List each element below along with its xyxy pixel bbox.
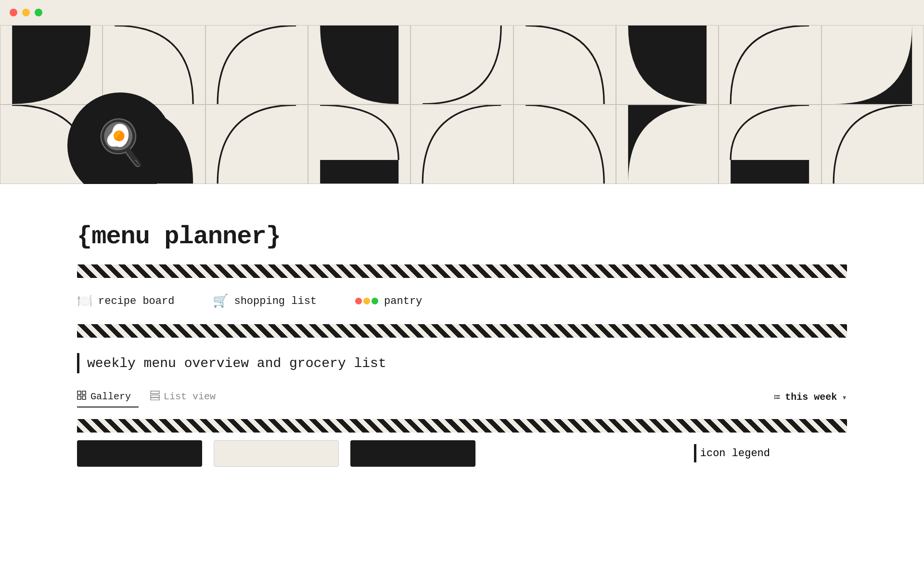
section-title: weekly menu overview and grocery list: [87, 356, 386, 371]
divider-pattern-top: [77, 264, 847, 278]
nav-shopping-list[interactable]: 🛒 shopping list: [213, 293, 317, 309]
list-view-tab-icon: [150, 391, 160, 403]
chevron-down-icon: ▾: [842, 392, 847, 403]
pattern-cell: [411, 105, 513, 184]
pattern-cell: [308, 105, 411, 184]
svg-rect-3: [82, 391, 86, 394]
bottom-content-row: icon legend: [77, 440, 847, 467]
minimize-button[interactable]: [22, 9, 30, 16]
pattern-cell: [719, 25, 821, 105]
pantry-label: pantry: [384, 295, 422, 307]
window-chrome: [0, 0, 924, 25]
pattern-cell: [616, 105, 719, 184]
tab-gallery[interactable]: Gallery: [77, 387, 139, 407]
gallery-tab-label: Gallery: [90, 391, 131, 402]
recipe-board-label: recipe board: [98, 295, 174, 307]
gallery-tab-icon: [77, 391, 87, 403]
shopping-list-label: shopping list: [234, 295, 317, 307]
page-title: {menu planner}: [77, 223, 847, 251]
nav-pantry[interactable]: pantry: [355, 295, 422, 307]
pattern-cell: [821, 25, 924, 105]
pattern-cell: [821, 105, 924, 184]
filter-icon: ≔: [774, 391, 780, 404]
recipe-board-icon: 🍽️: [77, 293, 92, 309]
view-controls: Gallery List view ≔ this week ▾: [77, 387, 847, 407]
svg-rect-5: [82, 396, 86, 399]
svg-rect-4: [77, 396, 81, 399]
pattern-cell: [513, 105, 616, 184]
view-tabs: Gallery List view: [77, 387, 223, 407]
filter-this-week-button[interactable]: ≔ this week ▾: [774, 391, 847, 404]
svg-rect-8: [151, 398, 159, 400]
tab-list-view[interactable]: List view: [150, 387, 223, 407]
pattern-cell: [205, 25, 308, 105]
logo-icon: 🍳: [93, 124, 147, 167]
nav-recipe-board[interactable]: 🍽️ recipe board: [77, 293, 174, 309]
icon-legend-label: icon legend: [700, 447, 770, 460]
icon-legend-section: icon legend: [694, 444, 770, 462]
list-view-tab-label: List view: [164, 391, 216, 402]
svg-rect-6: [151, 391, 159, 394]
pattern-cell: [0, 25, 103, 105]
svg-rect-2: [77, 391, 81, 394]
section-heading: weekly menu overview and grocery list: [77, 353, 847, 373]
nav-links: 🍽️ recipe board 🛒 shopping list pantry: [77, 293, 847, 309]
pattern-cell: [719, 105, 821, 184]
svg-rect-0: [320, 160, 398, 184]
shopping-cart-icon: 🛒: [213, 293, 228, 309]
divider-pattern-middle: [77, 324, 847, 338]
pattern-cell: [616, 25, 719, 105]
pantry-icon: [355, 298, 378, 304]
maximize-button[interactable]: [35, 9, 42, 16]
section-bar: [77, 353, 79, 373]
filter-label: this week: [785, 392, 837, 403]
pattern-cell: [513, 25, 616, 105]
svg-rect-7: [151, 395, 159, 397]
header-banner: 🍳: [0, 25, 924, 184]
pattern-cell: [308, 25, 411, 105]
close-button[interactable]: [10, 9, 17, 16]
divider-pattern-bottom: [77, 419, 847, 433]
pattern-cell: [411, 25, 513, 105]
pattern-cell: [205, 105, 308, 184]
main-content: {menu planner} 🍽️ recipe board 🛒 shoppin…: [0, 184, 924, 486]
svg-rect-1: [731, 160, 809, 184]
